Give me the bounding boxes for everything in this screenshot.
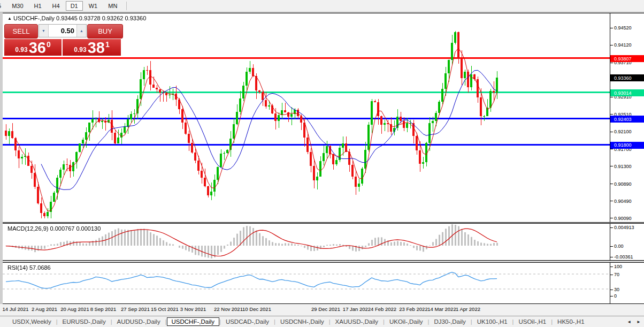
chart-tab-uk100-h1[interactable]: UK100-,H1 (472, 318, 512, 325)
tick-mark (610, 296, 613, 296)
chart-tab-usdx-weekly[interactable]: USDX,Weekly (7, 318, 56, 325)
date-label: 3 Nov 2021 (180, 306, 206, 312)
volume-decrease-icon[interactable]: ▼ (39, 25, 49, 37)
chart-tab-ukoil-daily[interactable]: UKOil-,Daily (385, 318, 428, 325)
badge-label: 0.93014 (614, 90, 632, 96)
rsi-label: RSI(14) 57.0686 (7, 264, 51, 271)
rsi-panel: RSI(14) 57.0686 10070300 (3, 262, 644, 304)
price-chart-plot[interactable]: ▲ USDCHF-,Daily 0.93445 0.93728 0.93262 … (3, 13, 610, 222)
timeframe-button-m30[interactable]: M30 (7, 1, 28, 11)
buy-price-pips: 38 (88, 41, 105, 55)
level-price-badge: 0.91800 (610, 142, 644, 149)
tick-label: 0.90890 (614, 181, 632, 187)
tick-label: 0.90490 (614, 199, 632, 204)
tick-mark (610, 114, 613, 115)
tick-mark (610, 63, 613, 63)
toolbar-separator (126, 2, 127, 10)
sell-price-display[interactable]: 0.93 36 0 (4, 39, 62, 56)
buy-button[interactable]: BUY (87, 24, 123, 39)
price-axis[interactable]: 0.945200.941200.937100.933200.929100.925… (610, 13, 644, 222)
badge-label: 0.93360 (614, 75, 632, 81)
timeframe-button-w1[interactable]: W1 (84, 1, 103, 11)
buy-price-fraction: 1 (105, 40, 110, 49)
chart-tab-eurusd-daily[interactable]: EURUSD-,Daily (58, 318, 111, 325)
date-label: 1 Apr 2022 (456, 306, 480, 312)
chart-tab-usdcnh-daily[interactable]: USDCNH-,Daily (275, 318, 329, 325)
tick-mark (610, 97, 613, 97)
rsi-tick: 100 (610, 264, 622, 269)
chart-ohlc-values: 0.93445 0.93728 0.93262 0.93360 (56, 15, 146, 21)
macd-tick: 0.00 (610, 244, 624, 249)
rsi-tick: 70 (610, 272, 619, 277)
price-tick: 0.91300 (610, 164, 632, 169)
tick-label: 0.004913 (614, 225, 634, 230)
date-label: 20 Aug 2021 (60, 306, 89, 312)
price-tick: 0.92100 (610, 129, 632, 134)
date-label: 4 Feb 2022 (371, 306, 396, 312)
price-tick: 0.90490 (610, 199, 632, 204)
tab-scroll-left-icon[interactable]: ◄ (627, 320, 631, 324)
tick-label: 0 (614, 293, 617, 299)
date-label: 29 Dec 2021 (311, 306, 340, 312)
rsi-tick: 30 (610, 287, 619, 292)
tick-mark (610, 149, 613, 149)
tick-label: 100 (614, 264, 622, 269)
chart-tab-usdchf-daily[interactable]: USDCHF-,Daily (167, 317, 220, 326)
chart-tab-usdcad-daily[interactable]: USDCAD-,Daily (221, 318, 274, 325)
tick-label: -0.00361 (614, 254, 633, 260)
macd-name: MACD(12,26,9) (7, 225, 48, 232)
badge-label: 0.93807 (614, 56, 632, 62)
date-label: 15 Oct 2021 (151, 306, 179, 312)
tick-label: 0.91300 (614, 164, 632, 169)
price-tick: 0.90890 (610, 181, 632, 187)
buy-price-display[interactable]: 0.93 38 1 (63, 39, 121, 56)
chart-tab-usoil-h1[interactable]: USOil-,H1 (513, 318, 551, 325)
volume-spinner: ▼ 0.50 ▲ (39, 24, 87, 37)
rsi-value: 57.0686 (29, 264, 51, 271)
tick-mark (610, 28, 613, 28)
volume-increase-icon[interactable]: ▲ (76, 25, 86, 37)
level-price-badge: 0.93807 (610, 55, 644, 62)
date-label: 23 Feb 2022 (399, 306, 427, 312)
symbol-direction-icon: ▲ (7, 16, 12, 21)
date-label: 10 Dec 2021 (242, 306, 271, 312)
trading-platform-window: 5M30H1H4D1W1MN ▲ USDCHF-,Daily 0.93445 0… (0, 0, 644, 327)
tick-mark (610, 275, 613, 275)
tick-mark (610, 227, 613, 228)
chart-tab-audusd-daily[interactable]: AUDUSD-,Daily (112, 318, 165, 325)
chart-tab-hk50-h1[interactable]: HK50-,H1 (553, 318, 589, 325)
tick-mark (610, 132, 613, 132)
tab-scroll-right-icon[interactable]: ► (637, 320, 641, 324)
timeframe-button-d1[interactable]: D1 (66, 1, 83, 11)
tick-label: 0.94120 (614, 42, 632, 48)
rsi-canvas (3, 263, 610, 303)
level-price-badge: 0.92403 (610, 116, 644, 123)
volume-value[interactable]: 0.50 (49, 25, 76, 37)
chart-tab-xauusd-daily[interactable]: XAUUSD-,Daily (331, 318, 384, 325)
level-price-badge: 0.93014 (610, 89, 644, 96)
macd-axis: 0.0049130.00-0.00361 (610, 224, 644, 260)
tick-mark (610, 267, 613, 267)
sell-button[interactable]: SELL (4, 24, 38, 39)
tick-label: 70 (614, 272, 619, 277)
macd-panel: MACD(12,26,9) 0.000767 0.000130 0.004913… (3, 223, 644, 261)
timeframe-button-h4[interactable]: H4 (48, 1, 65, 11)
macd-tick: 0.004913 (610, 225, 634, 230)
timeframe-button-5[interactable]: 5 (0, 1, 6, 11)
time-axis[interactable]: 14 Jul 20212 Aug 202120 Aug 20218 Sep 20… (0, 304, 644, 316)
chart-tab-dj30-daily[interactable]: DJ30-,Daily (429, 318, 470, 325)
timeframe-button-mn[interactable]: MN (103, 1, 122, 11)
timeframe-button-h1[interactable]: H1 (29, 1, 47, 11)
tick-label: 0.90090 (614, 216, 632, 221)
price-tick: 0.90090 (610, 216, 632, 221)
macd-plot[interactable]: MACD(12,26,9) 0.000767 0.000130 (3, 224, 610, 260)
price-tick: 0.94120 (610, 42, 632, 48)
date-label: 27 Sep 2021 (121, 306, 150, 312)
one-click-trade-widget: SELL ▼ 0.50 ▲ BUY 0.93 36 0 0.93 (4, 24, 123, 56)
tick-label: 0.94520 (614, 25, 632, 31)
tick-mark (610, 45, 613, 45)
rsi-plot[interactable]: RSI(14) 57.0686 (3, 263, 610, 303)
tick-mark (610, 166, 613, 166)
date-label: 8 Sep 2021 (90, 306, 117, 312)
rsi-axis: 10070300 (610, 263, 644, 303)
